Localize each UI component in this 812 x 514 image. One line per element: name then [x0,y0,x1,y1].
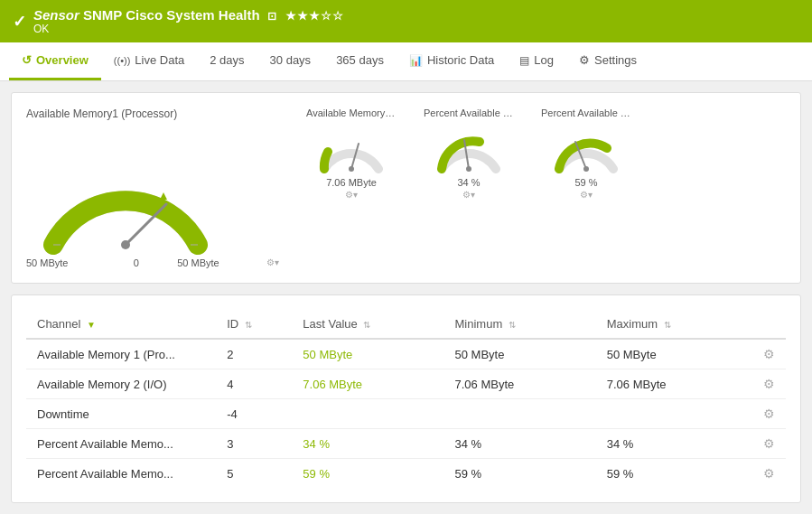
row-settings-icon[interactable]: ⚙ [763,466,775,481]
tab-overview[interactable]: ↺ Overview [9,42,101,80]
big-gauge-center: 0 [134,257,139,268]
header: ✓ Sensor SNMP Cisco System Health ⊡ ★★★☆… [0,0,812,42]
small-gauges-container: Available Memory2 (I/O) 7.06 MByte ⚙▾ Pe… [306,107,631,200]
svg-point-10 [583,166,589,172]
svg-marker-4 [160,192,167,200]
big-gauge-max: 50 MByte [177,257,219,268]
small-gauge-1-icons: ⚙▾ [345,190,358,200]
col-header-id[interactable]: ID ⇅ [216,310,292,339]
table-action-cell: ⚙ [748,429,786,459]
table-cell: 7.06 MByte [444,369,596,399]
table-header-row: Channel ▼ ID ⇅ Last Value ⇅ Minimum ⇅ [26,310,786,339]
gauge-panel: Available Memory1 (Processor) [11,92,801,284]
big-gauge-title: Available Memory1 (Processor) [26,107,177,120]
table-cell [596,399,748,429]
small-gauge-2: Percent Available Mem... 34 % ⚙▾ [424,107,514,200]
small-gauge-1-value: 7.06 MByte [326,177,377,188]
small-gauge-3-svg [550,124,622,173]
col-header-lastvalue[interactable]: Last Value ⇅ [292,310,443,339]
table-cell: 34 % [292,429,443,459]
tab-log[interactable]: ▤ Log [507,42,566,80]
row-settings-icon[interactable]: ⚙ [763,347,775,361]
tab-settings[interactable]: ⚙ Settings [566,42,649,80]
big-gauge-min: 50 MByte [26,257,68,268]
col-header-channel[interactable]: Channel ▼ [26,310,216,339]
table-cell [444,399,596,429]
table-cell: 34 % [444,429,596,459]
sort-icon-channel: ▼ [87,320,96,330]
table-cell: 50 MByte [444,339,596,369]
small-gauge-2-title: Percent Available Mem... [424,107,514,118]
sensor-label: Sensor [33,7,79,23]
small-gauge-2-svg [433,124,505,173]
big-gauge-svg [26,127,225,254]
nav-tabs: ↺ Overview ((•)) Live Data 2 days 30 day… [0,42,812,81]
table-cell: 34 % [596,429,748,459]
table-cell: Percent Available Memo... [26,429,216,459]
sort-icon-minimum: ⇅ [509,320,516,330]
table-cell: 7.06 MByte [292,369,443,399]
table-row: Percent Available Memo...334 %34 %34 %⚙ [26,429,786,459]
svg-point-8 [466,166,471,172]
table-cell: Available Memory 1 (Pro... [26,339,216,369]
status-badge: OK [33,23,344,35]
tab-2days[interactable]: 2 days [197,42,257,80]
check-icon: ✓ [13,12,26,32]
table-cell: Available Memory 2 (I/O) [26,369,216,399]
tab-live-data[interactable]: ((•)) Live Data [101,42,197,80]
row-settings-icon[interactable]: ⚙ [763,436,775,451]
table-row: Downtime-4⚙ [26,399,786,429]
table-action-cell: ⚙ [748,339,786,369]
small-gauge-2-icons: ⚙▾ [462,190,475,200]
sort-icon-id: ⇅ [245,320,252,330]
table-cell: 50 MByte [596,339,748,369]
table-cell [292,399,443,429]
header-title: Sensor SNMP Cisco System Health ⊡ ★★★☆☆ [33,7,344,23]
svg-point-1 [121,240,130,249]
table-cell: 4 [216,369,292,399]
table-cell: 59 % [292,459,443,489]
table-cell: 50 MByte [292,339,443,369]
table-cell: -4 [216,399,292,429]
small-gauge-3-title: Percent Available Mem... [541,107,631,118]
col-header-minimum[interactable]: Minimum ⇅ [444,310,596,339]
small-gauge-3-icons: ⚙▾ [580,190,593,200]
table-row: Percent Available Memo...559 %59 %59 %⚙ [26,459,786,489]
table-action-cell: ⚙ [748,369,786,399]
table-cell: 59 % [444,459,596,489]
row-settings-icon[interactable]: ⚙ [763,377,775,391]
table-cell: 7.06 MByte [596,369,748,399]
sort-icon-maximum: ⇅ [664,320,671,330]
table-row: Available Memory 1 (Pro...250 MByte50 MB… [26,339,786,369]
big-gauge-container: Available Memory1 (Processor) [26,107,288,268]
row-settings-icon[interactable]: ⚙ [763,407,775,421]
tab-30days[interactable]: 30 days [257,42,324,80]
table-cell: 2 [216,339,292,369]
tab-365days[interactable]: 365 days [323,42,397,80]
sort-icon-lastvalue: ⇅ [363,320,370,330]
table-cell: 3 [216,429,292,459]
col-header-actions [748,310,786,339]
table-row: Available Memory 2 (I/O)47.06 MByte7.06 … [26,369,786,399]
table-action-cell: ⚙ [748,399,786,429]
small-gauge-1-svg [315,124,387,173]
main-content: Available Memory1 (Processor) [0,81,812,514]
table-cell: Downtime [26,399,216,429]
small-gauge-2-value: 34 % [457,177,480,188]
table-action-cell: ⚙ [748,459,786,489]
small-gauge-3: Percent Available Mem... 59 % ⚙▾ [541,107,631,200]
small-gauge-1: Available Memory2 (I/O) 7.06 MByte ⚙▾ [306,107,397,200]
col-header-maximum[interactable]: Maximum ⇅ [596,310,748,339]
table-cell: 59 % [596,459,748,489]
data-table: Channel ▼ ID ⇅ Last Value ⇅ Minimum ⇅ [26,310,786,488]
small-gauge-3-value: 59 % [574,177,597,188]
big-gauge-labels: 50 MByte 0 50 MByte ⚙▾ [26,257,279,268]
svg-point-6 [349,166,354,172]
table-cell: 5 [216,459,292,489]
table-cell: Percent Available Memo... [26,459,216,489]
small-gauge-1-title: Available Memory2 (I/O) [306,107,397,118]
table-panel: Channel ▼ ID ⇅ Last Value ⇅ Minimum ⇅ [11,294,801,503]
star-rating[interactable]: ★★★☆☆ [285,9,344,23]
tab-historic-data[interactable]: 📊 Historic Data [397,42,507,80]
